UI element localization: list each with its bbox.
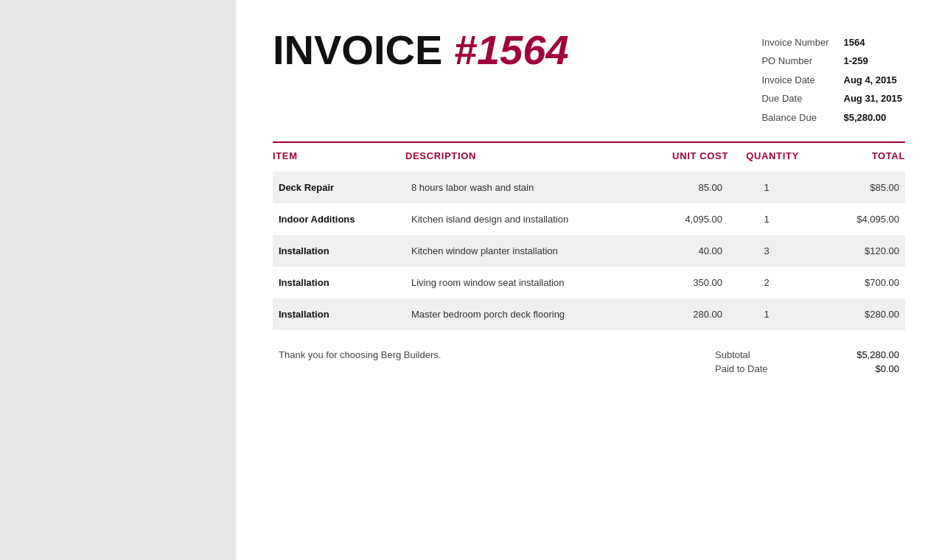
cell-description: Master bedroom porch deck flooring <box>411 309 604 320</box>
cell-total: $280.00 <box>811 309 899 320</box>
col-item: ITEM <box>273 150 405 161</box>
cell-item: Deck Repair <box>279 182 411 193</box>
meta-label: Due Date <box>758 89 840 108</box>
totals-value: $0.00 <box>811 363 899 374</box>
cell-unit-cost: 280.00 <box>604 309 722 320</box>
cell-item: Installation <box>279 309 411 320</box>
invoice-page: INVOICE #1564 Invoice Number1564PO Numbe… <box>0 0 942 560</box>
table-row: Deck Repair8 hours labor wash and stain8… <box>273 172 905 203</box>
cell-item: Indoor Additions <box>279 214 411 225</box>
left-sidebar <box>0 0 236 560</box>
cell-total: $4,095.00 <box>811 214 899 225</box>
cell-quantity: 2 <box>722 277 811 288</box>
totals-label: Subtotal <box>715 349 811 360</box>
table-row: InstallationKitchen window planter insta… <box>273 235 905 267</box>
invoice-number: #1564 <box>454 27 569 73</box>
table-row: InstallationLiving room window seat inst… <box>273 267 905 298</box>
meta-label: Invoice Number <box>758 33 840 52</box>
meta-label: PO Number <box>758 52 840 70</box>
cell-description: Kitchen island design and installation <box>411 214 604 225</box>
col-unit-cost: UNIT COST <box>610 150 728 161</box>
cell-unit-cost: 40.00 <box>604 245 722 256</box>
cell-item: Installation <box>279 245 411 256</box>
col-total: TOTAL <box>817 150 905 161</box>
cell-description: Living room window seat installation <box>411 277 604 288</box>
meta-value: 1-259 <box>841 52 906 70</box>
meta-row: Balance Due$5,280.00 <box>758 108 905 127</box>
totals-value: $5,280.00 <box>811 349 899 360</box>
meta-value: Aug 31, 2015 <box>841 89 906 108</box>
cell-unit-cost: 4,095.00 <box>604 214 722 225</box>
meta-value: 1564 <box>841 33 906 52</box>
cell-item: Installation <box>279 277 411 288</box>
invoice-meta: Invoice Number1564PO Number1-259Invoice … <box>758 33 905 127</box>
meta-value: Aug 4, 2015 <box>841 71 906 89</box>
col-quantity: QUANTITY <box>728 150 817 161</box>
cell-quantity: 3 <box>722 245 811 256</box>
cell-total: $700.00 <box>811 277 899 288</box>
meta-row: Invoice DateAug 4, 2015 <box>758 71 905 89</box>
meta-value: $5,280.00 <box>841 108 906 127</box>
cell-unit-cost: 350.00 <box>604 277 722 288</box>
meta-row: Due DateAug 31, 2015 <box>758 89 905 108</box>
invoice-word: INVOICE <box>273 27 454 73</box>
cell-description: Kitchen window planter installation <box>411 245 604 256</box>
meta-label: Balance Due <box>758 108 840 127</box>
table-row: Indoor AdditionsKitchen island design an… <box>273 203 905 235</box>
cell-total: $85.00 <box>811 182 899 193</box>
totals-block: Subtotal$5,280.00Paid to Date$0.00 <box>715 349 899 374</box>
totals-label: Paid to Date <box>715 363 811 374</box>
footer-section: Thank you for choosing Berg Builders. Su… <box>273 336 905 374</box>
thank-you-text: Thank you for choosing Berg Builders. <box>279 349 715 360</box>
invoice-title: INVOICE #1564 <box>273 29 569 71</box>
table-body: Deck Repair8 hours labor wash and stain8… <box>273 172 905 330</box>
cell-quantity: 1 <box>722 214 811 225</box>
meta-row: PO Number1-259 <box>758 52 905 70</box>
main-content: INVOICE #1564 Invoice Number1564PO Numbe… <box>236 0 942 560</box>
cell-quantity: 1 <box>722 309 811 320</box>
meta-label: Invoice Date <box>758 71 840 89</box>
cell-total: $120.00 <box>811 245 899 256</box>
header-section: INVOICE #1564 Invoice Number1564PO Numbe… <box>273 29 905 127</box>
table-header: ITEM DESCRIPTION UNIT COST QUANTITY TOTA… <box>273 143 905 169</box>
table-row: InstallationMaster bedroom porch deck fl… <box>273 298 905 330</box>
cell-quantity: 1 <box>722 182 811 193</box>
invoice-title-block: INVOICE #1564 <box>273 29 569 71</box>
col-description: DESCRIPTION <box>405 150 610 161</box>
cell-unit-cost: 85.00 <box>604 182 722 193</box>
meta-table: Invoice Number1564PO Number1-259Invoice … <box>758 33 905 127</box>
meta-row: Invoice Number1564 <box>758 33 905 52</box>
cell-description: 8 hours labor wash and stain <box>411 182 604 193</box>
